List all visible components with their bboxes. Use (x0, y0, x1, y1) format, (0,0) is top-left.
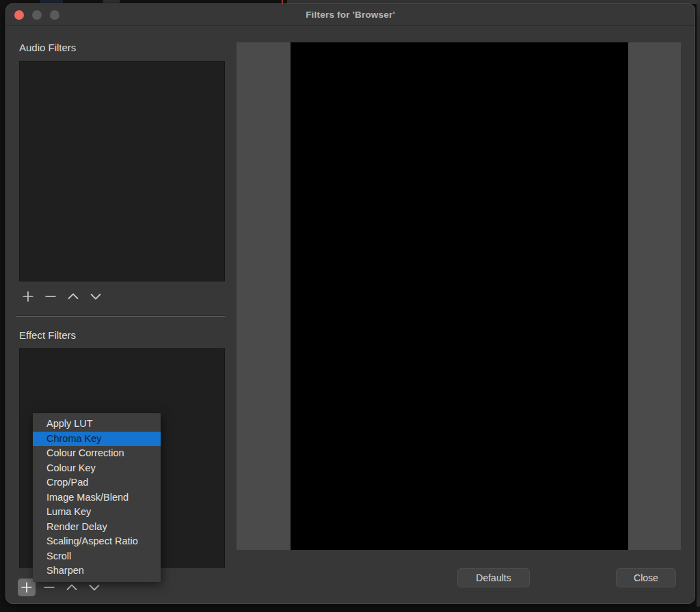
move-audio-filter-down-button[interactable] (87, 288, 105, 305)
menu-item-label: Sharpen (46, 565, 84, 576)
menu-item[interactable]: Colour Correction (33, 446, 161, 461)
defaults-button[interactable]: Defaults (457, 568, 530, 587)
close-window-button[interactable] (14, 10, 24, 20)
menu-item-label: Scroll (46, 551, 71, 561)
window-title: Filters for 'Browser' (306, 10, 395, 20)
minimize-window-button[interactable] (32, 10, 42, 20)
menu-item[interactable]: Image Mask/Blend (33, 490, 161, 505)
minus-icon (44, 290, 57, 303)
preview-video-frame (291, 42, 628, 550)
menu-item-label: Render Delay (46, 521, 107, 532)
menu-item-label: Colour Key (46, 462, 96, 473)
menu-item-label: Colour Correction (46, 447, 124, 458)
audio-filters-label: Audio Filters (19, 42, 76, 53)
chevron-down-icon (88, 581, 101, 594)
menu-item-label: Luma Key (46, 506, 91, 517)
chevron-up-icon (65, 581, 79, 594)
menu-item[interactable]: Colour Key (33, 461, 161, 476)
plus-icon (21, 290, 35, 303)
background-artifact (40, 0, 63, 3)
audio-filters-list[interactable] (19, 61, 225, 281)
chevron-up-icon (66, 290, 80, 303)
menu-item[interactable]: Scaling/Aspect Ratio (33, 534, 161, 549)
window-controls (14, 10, 59, 20)
add-filter-menu: Apply LUT Chroma Key Colour Correction C… (33, 413, 161, 582)
background-artifact (103, 0, 120, 3)
menu-item[interactable]: Scroll (33, 549, 161, 564)
menu-item-label: Scaling/Aspect Ratio (46, 536, 138, 546)
close-button[interactable]: Close (616, 568, 676, 587)
menu-item[interactable]: Luma Key (33, 505, 161, 520)
chevron-down-icon (89, 290, 103, 303)
add-audio-filter-button[interactable] (19, 288, 37, 305)
menu-item[interactable]: Render Delay (33, 520, 161, 535)
menu-item[interactable]: Chroma Key (33, 432, 161, 447)
plus-icon (20, 581, 33, 594)
background-strip (697, 0, 700, 607)
section-divider (16, 316, 225, 317)
minus-icon (42, 581, 56, 594)
zoom-window-button[interactable] (50, 10, 59, 20)
filters-dialog: Filters for 'Browser' Audio Filters Effe… (5, 3, 695, 604)
titlebar[interactable]: Filters for 'Browser' (6, 4, 695, 26)
filter-preview-panel (237, 42, 681, 550)
menu-item[interactable]: Sharpen (33, 564, 161, 579)
menu-item[interactable]: Apply LUT (33, 417, 161, 432)
menu-item-label: Image Mask/Blend (46, 492, 129, 503)
menu-item-label: Crop/Pad (46, 477, 88, 488)
menu-item[interactable]: Crop/Pad (33, 475, 161, 490)
menu-item-label: Apply LUT (46, 418, 93, 429)
audio-filters-toolbar (19, 288, 105, 305)
move-audio-filter-up-button[interactable] (64, 288, 82, 305)
menu-item-label: Chroma Key (46, 433, 102, 444)
effect-filters-label: Effect Filters (19, 329, 76, 341)
remove-audio-filter-button[interactable] (42, 288, 59, 305)
